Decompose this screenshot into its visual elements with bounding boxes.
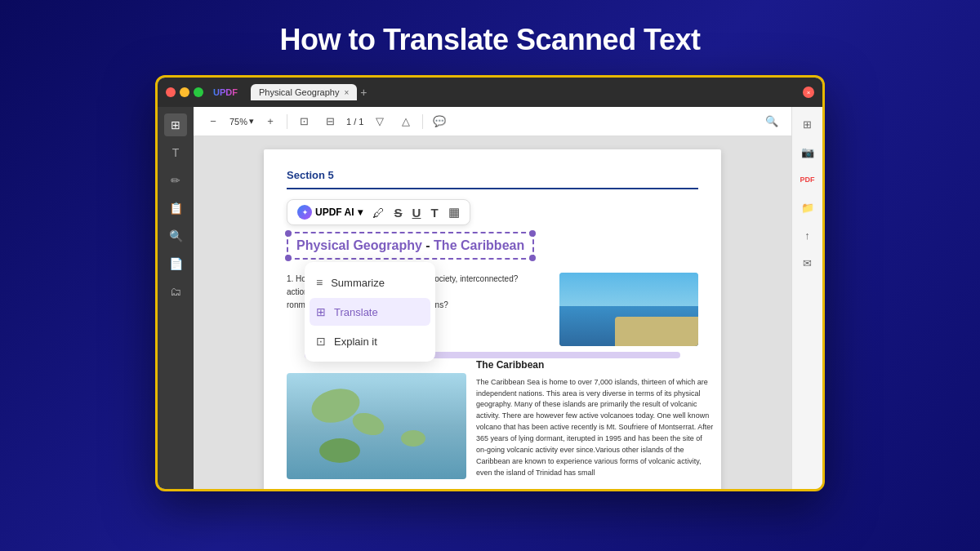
fit-page-button[interactable]: ⊡ (294, 112, 314, 131)
page-current: 1 (346, 117, 351, 127)
add-tab-button[interactable]: + (360, 86, 367, 99)
comment-button[interactable]: 💬 (430, 112, 449, 131)
map-land-4 (319, 438, 360, 463)
pdf-page: Section 5 ✦ UPDF AI ▾ 🖊 S U T ▦ (264, 149, 721, 489)
translate-icon: ⊞ (316, 305, 326, 318)
land-layer (615, 317, 698, 346)
zoom-chevron: ▾ (249, 116, 254, 127)
active-tab[interactable]: Physical Geography × (251, 84, 357, 100)
app-logo: UPDF (213, 87, 238, 97)
maximize-button[interactable] (180, 87, 189, 97)
caribbean-title: The Caribbean (476, 358, 715, 373)
ai-logo-icon: ✦ (297, 205, 312, 220)
main-area: ⊞ T ✏ 📋 🔍 📄 🗂 − 75% ▾ + ⊡ ⊟ 1 (158, 107, 822, 489)
dropdown-menu: ≡ Summarize ⊞ Translate ⊡ Explain it (305, 262, 435, 362)
heading-part2: The Caribbean (434, 238, 524, 252)
summarize-icon: ≡ (316, 276, 323, 289)
sidebar-icon-layout[interactable]: ⊞ (164, 113, 187, 136)
next-page-button[interactable]: △ (396, 112, 416, 131)
sidebar-icon-text[interactable]: T (164, 141, 187, 164)
caribbean-text-column: The Caribbean The Caribbean Sea is home … (476, 358, 721, 479)
map-land-2 (350, 409, 387, 439)
map-land-3 (401, 430, 425, 447)
explain-icon: ⊡ (316, 335, 326, 348)
right-icon-grid[interactable]: ⊞ (797, 113, 818, 135)
right-icon-folder[interactable]: 📁 (797, 197, 818, 218)
right-icon-scan[interactable]: 📷 (797, 141, 818, 162)
window-close-button[interactable]: × (803, 87, 814, 98)
image-column (559, 273, 698, 346)
zoom-display: 75% ▾ (229, 116, 254, 127)
comment-toolbar-icon[interactable]: ▦ (448, 205, 460, 220)
sidebar-icon-search[interactable]: 🔍 (164, 224, 187, 247)
caribbean-body: The Caribbean Sea is home to over 7,000 … (476, 377, 715, 479)
tab-area: Physical Geography × + (251, 84, 796, 100)
menu-item-summarize[interactable]: ≡ Summarize (305, 269, 435, 296)
beach-image (559, 273, 698, 346)
right-icon-upload[interactable]: ↑ (797, 224, 818, 246)
page-navigation: 1 / 1 (346, 117, 363, 127)
menu-item-explain[interactable]: ⊡ Explain it (305, 327, 435, 355)
ai-toolbar: ✦ UPDF AI ▾ 🖊 S U T ▦ (287, 199, 470, 225)
fit-width-button[interactable]: ⊟ (320, 112, 340, 131)
content-area: − 75% ▾ + ⊡ ⊟ 1 / 1 ▽ △ 💬 🔍 (194, 107, 791, 489)
title-bar: UPDF Physical Geography × + × (158, 78, 822, 107)
right-sidebar: ⊞ 📷 PDF 📁 ↑ ✉ (791, 107, 822, 489)
left-sidebar: ⊞ T ✏ 📋 🔍 📄 🗂 (158, 107, 194, 489)
ai-logo: ✦ UPDF AI ▾ (297, 205, 363, 220)
tab-label: Physical Geography (259, 87, 339, 97)
pdf-content: Section 5 ✦ UPDF AI ▾ 🖊 S U T ▦ (194, 136, 791, 489)
translate-label: Translate (334, 306, 378, 318)
ai-label: UPDF AI (315, 207, 354, 218)
section-divider (287, 188, 698, 189)
underline-icon[interactable]: U (412, 206, 421, 220)
search-button[interactable]: 🔍 (762, 112, 782, 131)
sidebar-icon-annotate[interactable]: 📋 (164, 197, 187, 220)
close-button[interactable] (194, 87, 203, 97)
zoom-out-button[interactable]: − (203, 112, 223, 131)
page-title: How to Translate Scanned Text (280, 23, 701, 57)
handle-top-right (529, 230, 536, 237)
toolbar-separator-1 (287, 114, 287, 129)
tab-close-icon[interactable]: × (344, 88, 349, 97)
sky-layer (559, 273, 698, 309)
text-format-icon[interactable]: T (430, 206, 438, 220)
window-controls (166, 87, 203, 97)
right-icon-pdf[interactable]: PDF (797, 169, 818, 190)
app-window: UPDF Physical Geography × + × ⊞ T ✏ 📋 🔍 … (155, 75, 825, 491)
zoom-in-button[interactable]: + (261, 112, 280, 131)
heading-part1: Physical Geography (296, 238, 422, 252)
right-icon-email[interactable]: ✉ (797, 252, 818, 273)
heading-text: Physical Geography - The Caribbean (296, 238, 524, 252)
sidebar-icon-extra[interactable]: 🗂 (164, 280, 187, 303)
prev-page-button[interactable]: ▽ (370, 112, 390, 131)
toolbar-separator-2 (422, 114, 423, 129)
zoom-value: 75% (229, 117, 247, 127)
page-total: 1 (359, 117, 363, 127)
highlight-icon[interactable]: 🖊 (372, 206, 385, 220)
menu-item-translate[interactable]: ⊞ Translate (310, 298, 430, 326)
handle-bottom-right (529, 255, 536, 261)
strikethrough-icon[interactable]: S (394, 206, 403, 220)
summarize-label: Summarize (331, 277, 385, 289)
minimize-button[interactable] (166, 87, 176, 97)
selected-heading: Physical Geography - The Caribbean (287, 232, 534, 260)
map-area (287, 373, 466, 479)
toolbar: − 75% ▾ + ⊡ ⊟ 1 / 1 ▽ △ 💬 🔍 (194, 107, 791, 136)
ai-chevron[interactable]: ▾ (358, 207, 363, 218)
section-label: Section 5 (287, 169, 698, 181)
sidebar-icon-pages[interactable]: 📄 (164, 252, 187, 275)
sidebar-icon-edit[interactable]: ✏ (164, 169, 187, 192)
handle-top-left (285, 230, 292, 237)
handle-bottom-left (285, 255, 292, 261)
explain-label: Explain it (334, 335, 377, 348)
heading-connector: - (425, 238, 434, 252)
